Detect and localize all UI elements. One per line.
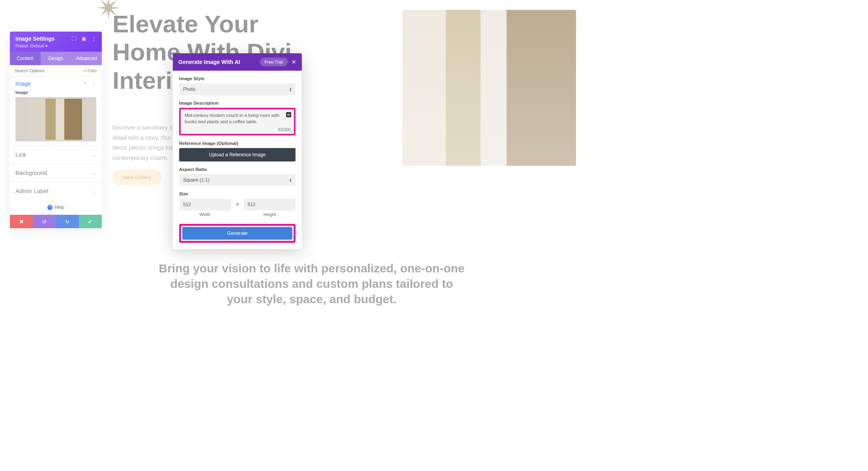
generate-button-highlight: Generate — [179, 224, 296, 243]
size-inputs-row: ✕ — [179, 199, 296, 210]
aspect-ratio-label: Aspect Ratio — [179, 167, 296, 172]
size-label: Size — [179, 191, 296, 196]
headline-line: Elevate Your — [112, 10, 292, 38]
chevron-down-icon: ▾ — [45, 43, 48, 48]
page-subheadline: Bring your vision to life with personali… — [148, 261, 475, 307]
settings-title: Image Settings — [15, 36, 55, 42]
select-caret-icon: ▴▾ — [290, 178, 292, 183]
tab-advanced[interactable]: Advanced — [71, 52, 102, 65]
search-row: + Filter — [10, 65, 102, 77]
width-label: Width — [179, 212, 231, 217]
tab-content[interactable]: Content — [10, 52, 41, 65]
ai-badge-icon[interactable]: AI — [286, 112, 292, 117]
image-description-highlight: Mid-century modern couch in a living roo… — [179, 108, 296, 135]
chevron-down-icon: ⌄ — [92, 188, 96, 194]
height-label: Height — [244, 212, 296, 217]
expand-icon[interactable]: ⛶ — [71, 36, 76, 41]
view-gallery-button[interactable]: View Gallery — [112, 170, 162, 185]
section-link[interactable]: Link ⌄ — [10, 145, 102, 163]
generate-button[interactable]: Generate — [182, 227, 292, 240]
panel-layout-icon[interactable]: ▣ — [82, 36, 86, 41]
ai-modal-title: Generate Image With AI — [178, 59, 240, 65]
chevron-down-icon: ⌄ — [92, 152, 96, 158]
hero-image — [402, 10, 576, 166]
section-background[interactable]: Background ⌄ — [10, 163, 102, 182]
ai-modal-header: Generate Image With AI Free Trial ✕ — [173, 53, 302, 71]
tab-design[interactable]: Design — [41, 52, 71, 65]
generate-image-ai-modal: Generate Image With AI Free Trial ✕ Imag… — [173, 53, 302, 249]
filter-label: Filter — [88, 68, 97, 73]
chevron-down-icon: ⌄ — [92, 170, 96, 176]
width-input[interactable] — [179, 199, 231, 210]
settings-footer: ✖ ↺ ↻ ✔ — [10, 215, 102, 228]
undo-icon: ↺ — [42, 219, 47, 225]
section-label: Image — [15, 81, 31, 87]
undo-button[interactable]: ↺ — [33, 215, 56, 228]
subhead-line: Bring your vision to life with personali… — [148, 261, 475, 276]
help-label: Help — [54, 205, 64, 210]
image-style-label: Image Style — [179, 76, 296, 81]
chevron-up-icon: ⌃ — [83, 82, 87, 86]
redo-button[interactable]: ↻ — [56, 215, 79, 228]
settings-tabs: Content Design Advanced — [10, 52, 102, 65]
preset-selector[interactable]: Preset: Default ▾ — [15, 43, 96, 49]
redo-icon: ↻ — [65, 219, 69, 225]
help-icon: ? — [47, 205, 52, 210]
image-field-label: Image — [15, 90, 96, 95]
char-count: 83/200 — [278, 127, 291, 132]
image-description-label: Image Description — [179, 101, 296, 105]
section-admin-label[interactable]: Admin Label ⌄ — [10, 182, 102, 200]
select-value: Photo — [183, 86, 195, 92]
settings-header: Image Settings ⛶ ▣ ⋮ Preset: Default ▾ — [10, 32, 102, 52]
close-icon: ✖ — [19, 219, 24, 225]
section-label: Background — [15, 169, 47, 176]
section-image: Image ⌃ ⋮ Image — [10, 77, 102, 145]
section-label: Admin Label — [15, 188, 48, 194]
help-link[interactable]: ? Help — [10, 200, 102, 215]
subhead-line: your style, space, and budget. — [148, 291, 475, 307]
more-options-icon[interactable]: ⋮ — [91, 81, 96, 87]
more-options-icon[interactable]: ⋮ — [92, 36, 96, 41]
image-settings-panel: Image Settings ⛶ ▣ ⋮ Preset: Default ▾ C… — [10, 32, 102, 228]
subhead-line: design consultations and custom plans ta… — [148, 276, 475, 291]
aspect-ratio-select[interactable]: Square (1:1) ▴▾ — [179, 174, 296, 186]
cancel-button[interactable]: ✖ — [10, 215, 33, 228]
close-button[interactable]: ✕ — [292, 59, 296, 65]
description-text: Mid-century modern couch in a living roo… — [185, 113, 283, 125]
free-trial-badge[interactable]: Free Trial — [260, 58, 288, 66]
select-value: Square (1:1) — [183, 177, 210, 183]
search-input[interactable] — [15, 68, 84, 73]
image-thumb — [30, 99, 82, 140]
close-icon: ✕ — [292, 59, 296, 65]
filter-button[interactable]: + Filter — [84, 68, 97, 73]
select-caret-icon: ▴▾ — [290, 87, 292, 92]
check-icon: ✔ — [88, 219, 92, 225]
upload-reference-button[interactable]: Upload a Reference Image — [179, 148, 296, 161]
image-style-select[interactable]: Photo ▴▾ — [179, 83, 296, 95]
save-button[interactable]: ✔ — [79, 215, 102, 228]
height-input[interactable] — [244, 199, 296, 210]
plus-icon: + — [84, 68, 86, 73]
times-icon: ✕ — [235, 201, 240, 208]
section-image-toggle[interactable]: Image ⌃ ⋮ — [15, 81, 96, 87]
image-preview[interactable] — [15, 97, 96, 141]
reference-image-label: Reference Image (Optional) — [179, 141, 296, 146]
image-description-textarea[interactable]: Mid-century modern couch in a living roo… — [181, 109, 294, 134]
ai-modal-body: Image Style Photo ▴▾ Image Description M… — [173, 71, 302, 249]
section-label: Link — [15, 151, 26, 158]
resize-handle-icon[interactable] — [290, 130, 293, 133]
